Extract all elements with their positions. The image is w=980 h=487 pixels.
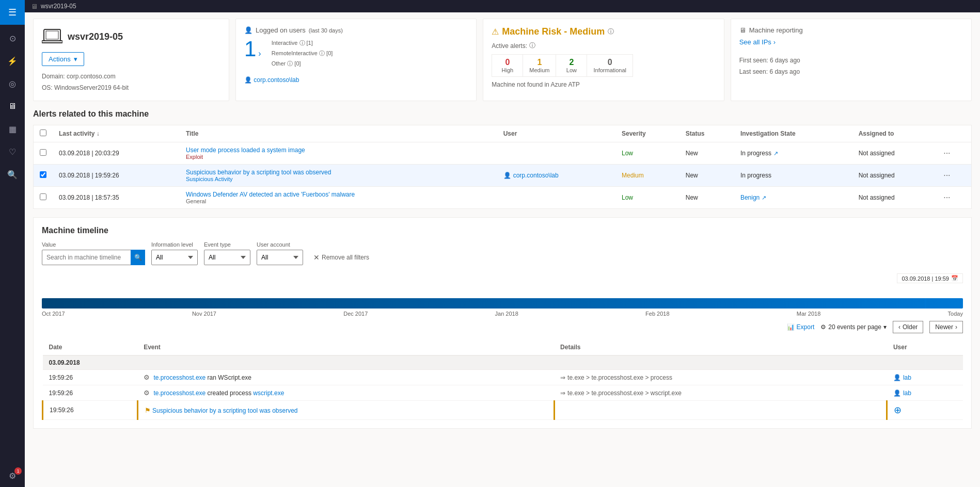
- row2-user-icon: 👤: [503, 172, 511, 179]
- ev3-alert-link[interactable]: Suspicious behavior by a scripting tool …: [152, 407, 297, 414]
- user-account-select[interactable]: All: [257, 250, 303, 265]
- older-button[interactable]: ‹ Older: [893, 321, 923, 333]
- timeline-dates: Oct 2017 Nov 2017 Dec 2017 Jan 2018 Feb …: [42, 311, 963, 317]
- row3-title[interactable]: Windows Defender AV detected an active '…: [186, 191, 491, 198]
- timeline-date-badge: 03.09.2018 | 19:59 📅: [897, 273, 963, 283]
- sidebar-logo[interactable]: ☰: [0, 0, 25, 25]
- sidebar-item-settings[interactable]: ⚙ 1: [0, 464, 25, 487]
- ev1-details: ⇒ te.exe > te.processhost.exe > process: [560, 374, 881, 381]
- sidebar-item-portal[interactable]: ◎: [0, 72, 25, 95]
- risk-card-title: ⚠ Machine Risk - Medium ⓘ: [492, 26, 715, 37]
- row3-inv-link-icon[interactable]: ↗: [762, 194, 766, 201]
- row2-title-cell: Suspicious behavior by a scripting tool …: [180, 165, 497, 187]
- sidebar-item-reports[interactable]: ▦: [0, 118, 25, 140]
- see-all-ips-link[interactable]: See all IPs ›: [739, 38, 776, 46]
- timeline-date-feb: Feb 2018: [645, 311, 669, 317]
- sidebar: ☰ ⊙ ⚡ ◎ 🖥 ▦ ♡ 🔍 ⚙ 1: [0, 0, 25, 487]
- export-button[interactable]: 📊 Export: [787, 323, 815, 331]
- remove-filters-icon: ✕: [313, 253, 320, 262]
- search-input[interactable]: [42, 250, 145, 265]
- ev3-add-button[interactable]: ⊕: [894, 404, 902, 416]
- row2-ellipsis-icon[interactable]: ···: [943, 171, 950, 180]
- actions-button[interactable]: Actions ▾: [42, 52, 84, 66]
- row2-title[interactable]: Suspicious behavior by a scripting tool …: [186, 169, 491, 176]
- table-row[interactable]: 03.09.2018 | 18:57:35 Windows Defender A…: [34, 187, 972, 209]
- machine-risk-card: ⚠ Machine Risk - Medium ⓘ Active alerts:…: [483, 19, 724, 101]
- remove-filters-button[interactable]: ✕ Remove all filters: [309, 250, 373, 265]
- risk-title-text: Machine Risk - Medium: [502, 26, 605, 37]
- newer-button[interactable]: Newer ›: [929, 321, 963, 333]
- row3-checkbox[interactable]: [40, 193, 46, 200]
- ev3-time: 19:59:26: [43, 401, 138, 420]
- events-per-page-icon: ⚙: [820, 323, 826, 331]
- list-item[interactable]: 19:59:26 ⚑ Suspicious behavior by a scri…: [43, 401, 963, 420]
- alerts-section-title: Alerts related to this machine: [33, 109, 972, 119]
- machine-title-row: wsvr2019-05: [42, 26, 220, 47]
- search-button[interactable]: 🔍: [131, 250, 145, 265]
- machine-meta: Domain: corp.contoso.com OS: WindowsServ…: [42, 71, 220, 93]
- machine-name: wsvr2019-05: [68, 31, 123, 42]
- event-type-select[interactable]: All: [204, 250, 250, 265]
- list-item[interactable]: 19:59:26 ⚙ te.processhost.exe ran WScrip…: [43, 370, 963, 385]
- user-count: 1 ›: [244, 38, 261, 60]
- reporting-meta: First seen: 6 days ago Last seen: 6 days…: [739, 55, 963, 77]
- row3-benign-link[interactable]: Benign: [740, 194, 760, 201]
- ev2-process-link[interactable]: te.processhost.exe: [154, 389, 206, 397]
- ev1-user-link[interactable]: lab: [903, 374, 911, 381]
- row1-title[interactable]: User mode process loaded a system image: [186, 147, 491, 154]
- row2-checkbox-cell: [34, 165, 53, 187]
- sidebar-item-alerts[interactable]: ⚡: [0, 50, 25, 72]
- th-investigation: Investigation State: [734, 125, 852, 142]
- list-item[interactable]: 19:59:26 ⚙ te.processhost.exe created pr…: [43, 385, 963, 401]
- row2-user[interactable]: 👤 corp.contoso\lab: [503, 172, 609, 179]
- timeline-filters: Value 🔍 Information level All Ev: [42, 241, 963, 265]
- info-count: 0: [593, 58, 626, 67]
- ev1-process-link[interactable]: te.processhost.exe: [154, 374, 206, 381]
- ev2-target-link[interactable]: wscript.exe: [253, 389, 284, 397]
- th-last-activity[interactable]: Last activity ↓: [53, 125, 180, 142]
- actions-chevron-icon: ▾: [74, 55, 77, 63]
- user-account-label: User account: [257, 241, 303, 248]
- sidebar-item-health[interactable]: ♡: [0, 140, 25, 163]
- machine-os: OS: WindowsServer2019 64-bit: [42, 83, 220, 94]
- high-count: 0: [498, 58, 516, 67]
- timeline-bar[interactable]: [42, 298, 963, 309]
- ev2-user: 👤 lab: [893, 389, 957, 397]
- timeline-date-value: 03.09.2018 | 19:59: [902, 275, 949, 282]
- medium-label: Medium: [529, 67, 549, 73]
- row2-checkbox[interactable]: [40, 171, 46, 178]
- sidebar-item-investigate[interactable]: 🔍: [0, 163, 25, 186]
- user-stats: Interactive ⓘ [1] RemoteInteractive ⓘ [0…: [272, 38, 333, 69]
- value-filter-group: Value 🔍: [42, 241, 145, 265]
- alert-count-low: 2 Low: [556, 55, 587, 76]
- value-filter-label: Value: [42, 241, 145, 248]
- main-content: 🖥 wsvr2019-05 wsvr2019-05: [25, 0, 980, 487]
- row3-assigned: Not assigned: [852, 187, 938, 209]
- select-all-checkbox[interactable]: [40, 129, 46, 136]
- row2-more: ···: [937, 165, 971, 187]
- table-row[interactable]: 03.09.2018 | 19:59:26 Suspicious behavio…: [34, 165, 972, 187]
- row2-user-cell: 👤 corp.contoso\lab: [497, 165, 615, 187]
- sidebar-item-machine[interactable]: 🖥: [0, 95, 25, 118]
- row3-last-activity: 03.09.2018 | 18:57:35: [53, 187, 180, 209]
- events-per-page-button[interactable]: ⚙ 20 events per page ▾: [820, 323, 887, 331]
- ev2-details-cell: ⇒ te.exe > te.processhost.exe > wscript.…: [554, 385, 887, 401]
- info-level-select[interactable]: All: [151, 250, 198, 265]
- ev1-details-icon: ⇒: [560, 374, 565, 381]
- table-row[interactable]: 03.09.2018 | 20:03:29 User mode process …: [34, 142, 972, 165]
- alerts-section: Alerts related to this machine Last acti…: [33, 109, 972, 209]
- actions-label: Actions: [49, 55, 71, 63]
- ev2-user-link[interactable]: lab: [903, 389, 911, 397]
- row1-ellipsis-icon[interactable]: ···: [943, 149, 950, 157]
- row3-checkbox-cell: [34, 187, 53, 209]
- row1-checkbox[interactable]: [40, 149, 46, 156]
- sidebar-item-home[interactable]: ⊙: [0, 27, 25, 50]
- user-link[interactable]: corp.contoso\lab: [254, 76, 299, 84]
- remote-value: [0]: [326, 50, 333, 56]
- row3-ellipsis-icon[interactable]: ···: [943, 193, 950, 202]
- machine-laptop-icon: [42, 26, 62, 47]
- reporting-card-title: 🖥 Machine reporting: [739, 26, 963, 34]
- row1-inv-link-icon[interactable]: ↗: [773, 150, 778, 157]
- row2-last-activity: 03.09.2018 | 19:59:26: [53, 165, 180, 187]
- alert-count-info: 0 Informational: [587, 55, 633, 76]
